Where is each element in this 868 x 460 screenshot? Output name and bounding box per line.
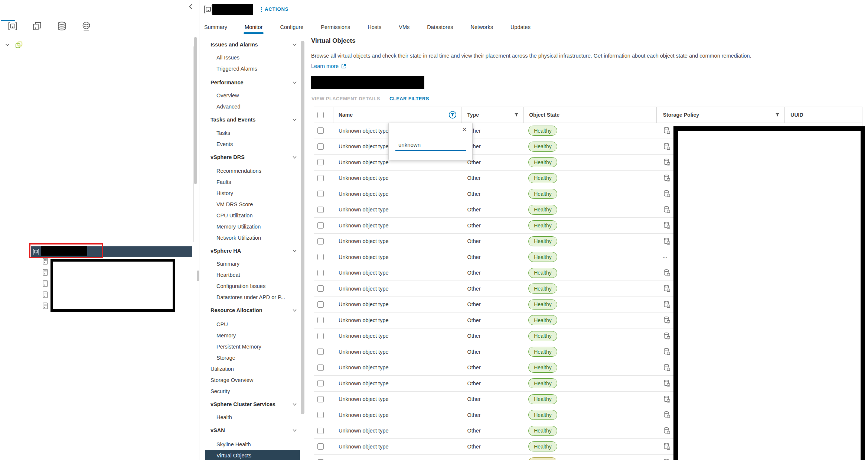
filter-input[interactable] <box>395 140 466 151</box>
menu-item-security[interactable]: Security <box>205 386 300 397</box>
menu-item-storage[interactable]: Storage <box>205 352 300 363</box>
column-header-name[interactable]: Name <box>333 107 462 123</box>
menu-item-network-utilization[interactable]: Network Utilization <box>205 232 300 243</box>
chevron-down-icon[interactable] <box>292 80 297 85</box>
chevron-down-icon[interactable] <box>292 117 297 122</box>
menu-item-faults[interactable]: Faults <box>205 176 300 188</box>
filter-icon[interactable] <box>514 112 519 117</box>
chevron-down-icon[interactable] <box>292 155 297 159</box>
tree-scrollbar-thumb[interactable] <box>194 37 197 184</box>
column-header-object-state[interactable]: Object State <box>524 107 657 123</box>
menu-item-memory[interactable]: Memory <box>205 330 300 341</box>
menu-item-tasks-and-events[interactable]: Tasks and Events <box>205 114 300 125</box>
menu-item-storage-overview[interactable]: Storage Overview <box>205 375 300 386</box>
tab-summary[interactable]: Summary <box>204 20 227 34</box>
row-checkbox[interactable] <box>317 127 324 134</box>
host-icon[interactable] <box>42 291 49 299</box>
row-checkbox[interactable] <box>317 349 324 355</box>
menu-item-all-issues[interactable]: All Issues <box>205 52 300 63</box>
row-checkbox[interactable] <box>317 365 324 371</box>
column-header-uuid[interactable]: UUID <box>785 107 862 123</box>
menu-item-cpu[interactable]: CPU <box>205 319 300 330</box>
menu-item-resource-allocation[interactable]: Resource Allocation <box>205 305 300 316</box>
row-checkbox[interactable] <box>317 191 324 197</box>
column-header-type[interactable]: Type <box>461 107 524 123</box>
menu-item-recommendations[interactable]: Recommendations <box>205 165 300 176</box>
menu-item-performance[interactable]: Performance <box>205 77 300 88</box>
row-checkbox[interactable] <box>317 412 324 418</box>
collapse-panel-icon[interactable] <box>187 3 195 11</box>
tab-networks[interactable]: Networks <box>470 20 493 34</box>
menu-item-issues-and-alarms[interactable]: Issues and Alarms <box>205 39 300 50</box>
menu-item-history[interactable]: History <box>205 188 300 199</box>
row-checkbox[interactable] <box>317 222 324 229</box>
row-checkbox[interactable] <box>317 428 324 434</box>
menu-item-events[interactable]: Events <box>205 139 300 150</box>
menu-item-memory-utilization[interactable]: Memory Utilization <box>205 221 300 232</box>
row-checkbox[interactable] <box>317 143 324 150</box>
row-checkbox[interactable] <box>317 238 324 244</box>
close-icon[interactable]: ✕ <box>462 127 467 133</box>
chevron-down-icon[interactable] <box>5 43 10 47</box>
select-all-checkbox[interactable] <box>317 112 324 118</box>
row-checkbox[interactable] <box>317 207 324 213</box>
chevron-down-icon[interactable] <box>292 402 297 406</box>
menu-item-tasks[interactable]: Tasks <box>205 127 300 139</box>
chevron-down-icon[interactable] <box>292 42 297 47</box>
menu-item-summary[interactable]: Summary <box>205 258 300 269</box>
filter-active-icon[interactable] <box>448 111 457 119</box>
row-checkbox[interactable] <box>317 396 324 402</box>
object-tab-hosts-and-clusters[interactable] <box>5 19 20 33</box>
menu-item-health[interactable]: Health <box>205 412 300 423</box>
view-placement-details-button[interactable]: VIEW PLACEMENT DETAILS <box>311 96 380 101</box>
row-checkbox[interactable] <box>317 317 324 323</box>
tab-datastores[interactable]: Datastores <box>427 20 453 34</box>
menu-item-vm-drs-score[interactable]: VM DRS Score <box>205 199 300 210</box>
menu-item-triggered-alarms[interactable]: Triggered Alarms <box>205 63 300 74</box>
row-checkbox[interactable] <box>317 254 324 260</box>
chevron-down-icon[interactable] <box>292 428 297 433</box>
chevron-down-icon[interactable] <box>292 249 297 253</box>
host-icon[interactable] <box>42 257 49 266</box>
tree-item-vcenter[interactable] <box>0 40 23 50</box>
host-icon[interactable] <box>42 269 49 277</box>
row-checkbox[interactable] <box>317 270 324 276</box>
tab-permissions[interactable]: Permissions <box>321 20 350 34</box>
row-checkbox[interactable] <box>317 175 324 181</box>
row-checkbox[interactable] <box>317 159 324 165</box>
menu-item-vsphere-ha[interactable]: vSphere HA <box>205 245 300 256</box>
menu-item-advanced[interactable]: Advanced <box>205 101 300 112</box>
menu-item-datastores-under-apd-or-p[interactable]: Datastores under APD or P... <box>205 292 300 303</box>
filter-icon[interactable] <box>775 112 780 117</box>
row-checkbox[interactable] <box>317 380 324 386</box>
host-icon[interactable] <box>42 280 49 288</box>
menu-item-vsphere-drs[interactable]: vSphere DRS <box>205 152 300 163</box>
row-checkbox[interactable] <box>317 333 324 339</box>
menu-item-persistent-memory[interactable]: Persistent Memory <box>205 341 300 352</box>
learn-more-link[interactable]: Learn more <box>311 63 346 69</box>
tab-updates[interactable]: Updates <box>510 20 531 34</box>
row-checkbox[interactable] <box>317 301 324 308</box>
object-tab-vms-and-templates[interactable] <box>30 19 45 33</box>
host-icon[interactable] <box>42 302 49 310</box>
object-tab-networking[interactable] <box>79 19 94 33</box>
menu-scrollbar-thumb[interactable] <box>301 41 304 414</box>
tab-monitor[interactable]: Monitor <box>245 20 262 34</box>
menu-item-vsan[interactable]: vSAN <box>205 425 300 436</box>
tree-scrollbar-thumb-small[interactable] <box>197 271 199 281</box>
menu-item-heartbeat[interactable]: Heartbeat <box>205 269 300 281</box>
tab-configure[interactable]: Configure <box>280 20 303 34</box>
row-checkbox[interactable] <box>317 285 324 292</box>
menu-item-overview[interactable]: Overview <box>205 90 300 101</box>
actions-button[interactable]: ACTIONS <box>261 6 288 12</box>
clear-filters-button[interactable]: CLEAR FILTERS <box>389 96 429 101</box>
row-checkbox[interactable] <box>317 443 324 450</box>
menu-item-skyline-health[interactable]: Skyline Health <box>205 439 300 450</box>
menu-item-virtual-objects[interactable]: Virtual Objects <box>205 450 300 460</box>
menu-item-utilization[interactable]: Utilization <box>205 363 300 375</box>
tab-hosts[interactable]: Hosts <box>368 20 381 34</box>
object-tab-storage[interactable] <box>54 19 69 33</box>
tab-vms[interactable]: VMs <box>399 20 409 34</box>
menu-item-vsphere-cluster-services[interactable]: vSphere Cluster Services <box>205 399 300 410</box>
menu-item-cpu-utilization[interactable]: CPU Utilization <box>205 210 300 221</box>
